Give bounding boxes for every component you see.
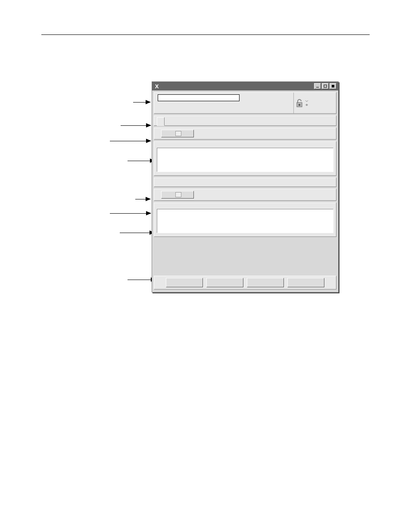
- id-panel: ✱: [154, 92, 336, 114]
- close-button[interactable]: [330, 83, 336, 89]
- section2-button[interactable]: [161, 191, 194, 199]
- dropdown-icon: [175, 192, 181, 197]
- callout-arrow: [110, 213, 151, 214]
- svg-rect-2: [332, 85, 334, 87]
- section1-listbox[interactable]: [157, 148, 333, 172]
- dialog-window: X ✱: [152, 81, 339, 292]
- action-button-3[interactable]: [247, 278, 284, 287]
- titlebar[interactable]: X: [152, 82, 338, 90]
- maximize-button[interactable]: [322, 83, 329, 89]
- diamond-icon: [305, 103, 308, 106]
- tab-strip: [154, 115, 336, 126]
- callout-arrow: [120, 233, 154, 233]
- section2-header: [154, 189, 336, 201]
- svg-rect-0: [316, 87, 319, 87]
- action-bar: [154, 276, 336, 289]
- id-input[interactable]: [158, 94, 240, 101]
- callout-arrow: [128, 161, 155, 161]
- callout-arrow: [135, 199, 150, 199]
- page-rule: [41, 34, 370, 35]
- callout-arrow: [133, 102, 150, 103]
- tab-main[interactable]: [157, 117, 165, 126]
- minimize-button[interactable]: [314, 83, 321, 89]
- section1-header: [154, 128, 336, 140]
- callout-arrow: [110, 141, 151, 141]
- section1-list-label: [154, 142, 336, 148]
- action-button-1[interactable]: [166, 278, 203, 287]
- callout-arrow: [121, 125, 151, 126]
- section2-listbox[interactable]: [157, 209, 333, 233]
- section2-list-label: [154, 203, 336, 209]
- svg-text:✱: ✱: [298, 103, 301, 106]
- section2-spacer: [154, 177, 336, 187]
- chevron-icon: [305, 100, 308, 103]
- section1-button[interactable]: [161, 130, 194, 137]
- action-button-4[interactable]: [287, 278, 324, 287]
- action-button-2[interactable]: [206, 278, 243, 287]
- app-icon: X: [154, 83, 160, 89]
- svg-rect-1: [324, 85, 327, 87]
- section2-body: [154, 202, 336, 237]
- section1-body: [154, 141, 336, 176]
- dropdown-icon: [175, 131, 181, 136]
- lock-open-icon: ✱: [296, 99, 303, 107]
